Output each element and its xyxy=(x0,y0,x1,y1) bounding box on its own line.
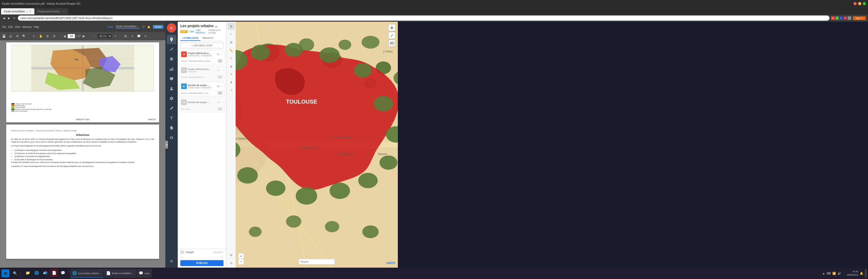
pdf-tab-tools[interactable]: Tools xyxy=(107,26,113,28)
taskbar-app-pdf[interactable]: 📄 Etude immobilière ... xyxy=(104,269,136,278)
taskbar-volume-icon[interactable]: 🔊 xyxy=(838,272,841,275)
carto-user-avatar[interactable]: C xyxy=(167,23,176,33)
pdf-zoom-select[interactable]: 66.7% 100% xyxy=(97,34,112,38)
layer-2-source-icon[interactable]: ⊞ xyxy=(218,75,223,79)
right-icon-filter[interactable]: ▽ xyxy=(227,55,235,62)
map-full-screen-button[interactable]: ⤢ xyxy=(389,32,395,39)
sign-in-button[interactable]: Sign In xyxy=(853,16,866,20)
pdf-comment-icon[interactable]: 💬 xyxy=(137,34,141,38)
layer-1-visibility-icon[interactable]: 👁 xyxy=(217,53,220,56)
right-icon-download[interactable]: ⬇ xyxy=(227,79,235,86)
sidebar-icon-pencil[interactable] xyxy=(167,45,176,54)
layer-4-more-icon[interactable]: ⋮ xyxy=(220,101,223,104)
taskbar-notif-icon[interactable]: 🔔 xyxy=(860,272,863,275)
taskbar-network-icon[interactable]: 📶 xyxy=(832,272,836,275)
right-icon-layers[interactable]: ≡ xyxy=(227,23,235,30)
tab-close-icon[interactable]: ✕ xyxy=(29,10,31,13)
pdf-draw-icon[interactable]: ✏ xyxy=(144,34,148,38)
taskbar-app-lync[interactable]: 💬 Lync xyxy=(137,269,152,278)
map-search-input[interactable] xyxy=(299,259,335,265)
add-people-label[interactable]: ADD PEOPLE xyxy=(196,29,207,34)
pdf-zoom-in-btn[interactable]: + xyxy=(113,34,118,38)
map-reset-bearing-button[interactable]: ⊕ xyxy=(389,24,395,31)
tab-layers[interactable]: LAYERS (4/10) xyxy=(180,36,200,41)
layer-3-more-icon[interactable]: ⋮ xyxy=(220,85,223,88)
pdf-search-icon[interactable]: 🔍 xyxy=(22,34,26,38)
pdf-page-input[interactable] xyxy=(68,34,75,38)
add-layer-button[interactable]: + ADD NEW LAYER xyxy=(180,43,223,48)
layer-4-edit-icon[interactable]: ✏ xyxy=(218,101,220,104)
taskbar-lync-icon[interactable]: 💬 xyxy=(59,269,67,277)
right-icon-measure[interactable]: 📏 xyxy=(227,47,235,54)
pdf-collapse-button[interactable]: ◀ xyxy=(165,141,168,149)
pdf-menu-help[interactable]: Help xyxy=(34,26,39,28)
right-icon-draw[interactable]: ✎ xyxy=(227,71,235,78)
reload-button[interactable]: ↻ xyxy=(12,17,16,20)
right-icon-zoom-fit[interactable]: ⊞ xyxy=(227,39,235,46)
sidebar-icon-chart[interactable] xyxy=(167,64,176,74)
layer-3-source-icon[interactable]: ⊞ xyxy=(218,91,223,95)
link-label[interactable]: LINK xyxy=(189,30,194,33)
sidebar-icon-settings[interactable] xyxy=(167,94,176,103)
sidebar-icon-eye[interactable] xyxy=(167,133,176,142)
sidebar-icon-text[interactable] xyxy=(167,114,176,123)
tab-widgets[interactable]: WIDGETS xyxy=(200,36,215,41)
url-input[interactable] xyxy=(18,16,830,21)
layer-4-source-icon[interactable]: ⊞ xyxy=(218,107,223,111)
right-icon-collapse[interactable]: ⊖ xyxy=(227,259,235,267)
sidebar-icon-map[interactable] xyxy=(167,35,176,44)
layer-1-more-icon[interactable]: ⋮ xyxy=(220,53,223,56)
layer-1-source-icon[interactable]: ⊞ xyxy=(218,59,223,63)
maximize-button[interactable] xyxy=(863,2,866,5)
sidebar-icon-message[interactable] xyxy=(167,74,176,84)
sidebar-icon-layers[interactable] xyxy=(167,55,176,64)
taskbar-ie-icon[interactable]: 🌐 xyxy=(32,269,40,277)
pdf-next-page-icon[interactable]: ▶ xyxy=(82,34,86,38)
taskbar-keyboard-icon[interactable]: ⌨ xyxy=(827,272,831,275)
pdf-prev-page-icon[interactable]: ◀ xyxy=(62,34,67,38)
minimize-button[interactable] xyxy=(858,2,861,5)
map-zoom-out-button[interactable]: − xyxy=(238,259,244,265)
close-button[interactable] xyxy=(854,2,857,5)
pdf-scroll-icon[interactable]: ≡ xyxy=(130,34,134,38)
pdf-menu-file[interactable]: File xyxy=(2,26,6,28)
map-zoom-in-button[interactable]: + xyxy=(238,253,244,259)
map-3d-button[interactable]: 3D xyxy=(389,40,395,46)
pdf-share-button[interactable]: Share xyxy=(153,25,163,29)
pdf-zoom-out-btn[interactable]: − xyxy=(92,34,96,38)
forward-button[interactable]: ▶ xyxy=(7,17,11,20)
layers-more-options[interactable]: ··· xyxy=(180,255,183,258)
pdf-menu-view[interactable]: View xyxy=(15,26,21,28)
pdf-email-icon[interactable]: ✉ xyxy=(15,34,20,38)
tab-close-icon-2[interactable]: ✕ xyxy=(63,10,65,13)
pdf-tab-file[interactable]: Etude immobilière ... xyxy=(116,25,140,29)
sidebar-icon-user[interactable] xyxy=(167,84,176,93)
tab-pdf[interactable]: Etude immobilière ... ✕ xyxy=(1,8,34,14)
pdf-print-icon[interactable]: 🖨 xyxy=(8,34,13,38)
tab-prog[interactable]: Programme fonctio... ✕ xyxy=(34,8,68,14)
sidebar-icon-cog[interactable]: ⚙ xyxy=(167,256,176,266)
taskbar-search-icon[interactable]: 🔍 xyxy=(11,269,19,277)
pdf-menu-window[interactable]: Window xyxy=(23,26,32,28)
publish-button[interactable]: PUBLISH xyxy=(180,260,223,266)
taskbar-acrobat-icon[interactable]: 📄 xyxy=(50,269,58,277)
layer-3-visibility-icon[interactable]: 👁 xyxy=(217,85,220,88)
layer-2-edit-icon[interactable]: ✏ xyxy=(218,69,220,72)
layer-2-more-icon[interactable]: ⋮ xyxy=(220,69,223,72)
pdf-save-icon[interactable]: 💾 xyxy=(2,34,6,38)
right-icon-share[interactable]: ↗ xyxy=(227,87,235,94)
taskbar-show-desktop-icon[interactable] xyxy=(865,269,866,277)
right-icon-cursor[interactable]: ↖ xyxy=(227,31,235,38)
pdf-zoom-in-icon[interactable]: ⊕ xyxy=(45,34,50,38)
back-button[interactable]: ◀ xyxy=(2,17,6,20)
taskbar-app-urbains[interactable]: 🌐 Les projets urbains ... xyxy=(70,269,103,278)
pdf-menu-edit[interactable]: Edit xyxy=(8,26,13,28)
start-button[interactable]: ⊞ xyxy=(2,270,9,277)
pdf-fit-width-icon[interactable]: ⊞ xyxy=(123,34,128,38)
right-icon-expand[interactable]: ⊕ xyxy=(227,251,235,258)
taskbar-outlook-icon[interactable]: 📬 xyxy=(41,269,49,277)
layers-bottom-add-icon[interactable]: ↔ xyxy=(221,255,223,258)
pdf-zoom-out-icon[interactable]: ⊖ xyxy=(52,34,57,38)
sidebar-icon-link[interactable] xyxy=(167,123,176,132)
pdf-cursor-icon[interactable]: ↖ xyxy=(32,34,36,38)
